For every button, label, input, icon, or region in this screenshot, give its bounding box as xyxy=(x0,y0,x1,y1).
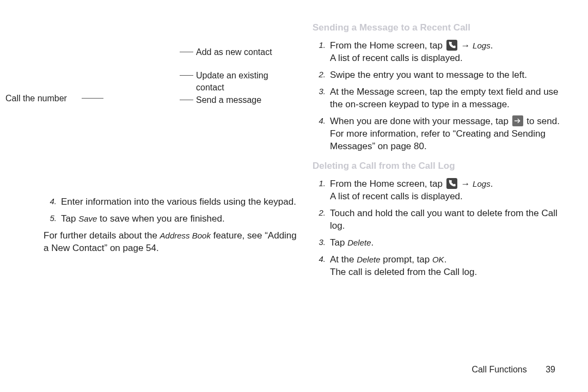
step-text-part: . xyxy=(491,179,493,189)
step-text-part: to save when you are finished. xyxy=(97,213,224,224)
right-column: Sending a Message to a Recent Call 1. Fr… xyxy=(307,22,572,381)
step-text: Tap Save to save when you are finished. xyxy=(61,213,297,225)
ok-label: OK xyxy=(432,255,444,264)
phone-icon xyxy=(446,178,457,189)
label-update-existing: Update an existing contact xyxy=(196,70,272,93)
heading-sending-message: Sending a Message to a Recent Call xyxy=(313,22,566,34)
delete-step-4: 4. At the Delete prompt, tap OK. The cal… xyxy=(313,254,566,279)
step-text: Enter information into the various field… xyxy=(61,196,297,209)
step-number: 2. xyxy=(313,207,330,218)
line-to-update xyxy=(180,75,193,76)
step-number: 3. xyxy=(313,237,330,248)
step-text-part: From the Home screen, tap xyxy=(330,179,445,189)
step-text-part: From the Home screen, tap xyxy=(330,40,445,51)
send-step-1: 1. From the Home screen, tap → Logs. A l… xyxy=(313,40,566,65)
step-text-part: prompt, tap xyxy=(381,254,432,265)
step-text: Touch and hold the call you want to dele… xyxy=(330,207,566,232)
label-call-the-number: Call the number xyxy=(5,93,67,105)
line-to-add xyxy=(180,52,193,52)
step-5-left: 5. Tap Save to save when you are finishe… xyxy=(44,213,297,225)
label-send-message: Send a message xyxy=(196,94,278,106)
step-number: 2. xyxy=(313,69,330,80)
logs-label: Logs xyxy=(473,179,491,188)
send-step-2: 2. Swipe the entry you want to message t… xyxy=(313,69,566,82)
step-4-left: 4. Enter information into the various fi… xyxy=(44,196,297,209)
step-text: When you are done with your message, tap… xyxy=(330,115,566,153)
section-name: Call Functions xyxy=(471,365,526,374)
step-text: From the Home screen, tap → Logs. A list… xyxy=(330,40,566,65)
step-number: 5. xyxy=(44,213,61,224)
step-text: At the Message screen, tap the empty tex… xyxy=(330,86,566,111)
step-number: 4. xyxy=(44,196,61,207)
send-icon xyxy=(512,115,523,126)
step-subtext: The call is deleted from the Call log. xyxy=(330,266,566,279)
step-text-part: Tap xyxy=(61,213,78,224)
send-step-3: 3. At the Message screen, tap the empty … xyxy=(313,86,566,111)
step-text-part: When you are done with your message, tap xyxy=(330,116,511,126)
delete-step-3: 3. Tap Delete. xyxy=(313,237,566,249)
step-text: From the Home screen, tap → Logs. A list… xyxy=(330,178,566,203)
step-number: 1. xyxy=(313,40,330,51)
left-column: Call the number Add as new contact Updat… xyxy=(44,22,307,381)
step-text: Tap Delete. xyxy=(330,237,566,249)
step-text: Swipe the entry you want to message to t… xyxy=(330,69,566,82)
step-number: 4. xyxy=(313,115,330,126)
context-menu-diagram: Call the number Add as new contact Updat… xyxy=(44,22,297,174)
address-book-label: Address Book xyxy=(160,231,211,240)
manual-page: Call the number Add as new contact Updat… xyxy=(0,0,588,392)
step-number: 3. xyxy=(313,86,330,97)
line-to-call xyxy=(82,98,103,99)
line-to-send xyxy=(180,100,193,100)
delete-step-2: 2. Touch and hold the call you want to d… xyxy=(313,207,566,232)
step-subtext: A list of recent calls is displayed. xyxy=(330,52,566,65)
page-number: 39 xyxy=(546,365,555,374)
step-number: 1. xyxy=(313,178,330,189)
step-text-part: . xyxy=(371,237,374,248)
delete-label: Delete xyxy=(347,238,371,247)
label-add-as-new: Add as new contact xyxy=(196,46,272,58)
step-subtext: For more information, refer to “Creating… xyxy=(330,128,566,153)
step-text-part: Tap xyxy=(330,237,347,248)
logs-label: Logs xyxy=(473,41,491,50)
step-text-part: to send. xyxy=(524,116,560,126)
save-label: Save xyxy=(78,214,97,223)
step-text-part: . xyxy=(444,254,447,265)
phone-icon xyxy=(446,40,457,51)
step-number: 4. xyxy=(313,254,330,265)
step-text-part: . xyxy=(491,40,493,51)
delete-label: Delete xyxy=(357,255,380,264)
step-text: At the Delete prompt, tap OK. The call i… xyxy=(330,254,566,279)
address-book-note: For further details about the Address Bo… xyxy=(44,230,297,255)
send-step-4: 4. When you are done with your message, … xyxy=(313,115,566,153)
para-text-part: For further details about the xyxy=(44,230,160,241)
delete-step-1: 1. From the Home screen, tap → Logs. A l… xyxy=(313,178,566,203)
heading-deleting-call: Deleting a Call from the Call Log xyxy=(313,160,566,173)
page-footer: Call Functions 39 xyxy=(471,364,555,376)
step-text-part: At the xyxy=(330,254,357,265)
step-subtext: A list of recent calls is displayed. xyxy=(330,191,566,203)
